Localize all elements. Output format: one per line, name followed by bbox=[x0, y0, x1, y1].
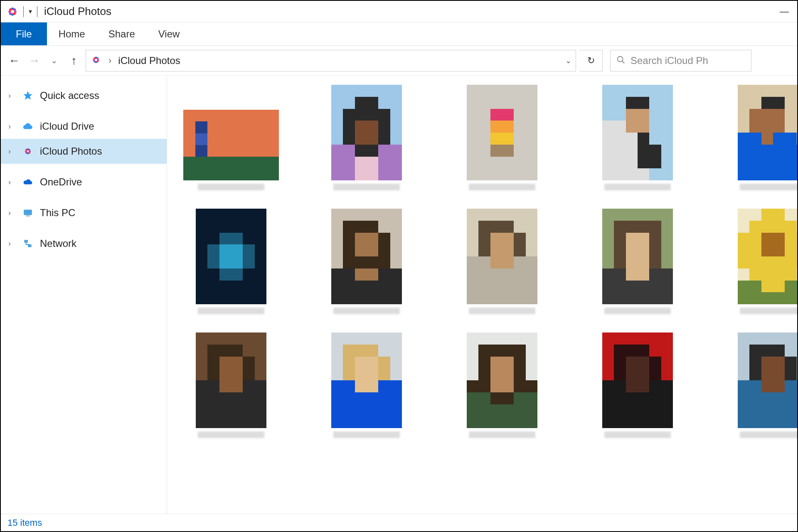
tab-file[interactable]: File bbox=[1, 22, 47, 45]
file-item[interactable] bbox=[584, 209, 692, 315]
sidebar-item-network[interactable]: ›Network bbox=[1, 231, 167, 256]
minimize-button[interactable]: — bbox=[780, 6, 789, 17]
file-item[interactable] bbox=[584, 332, 692, 439]
content-area[interactable] bbox=[167, 76, 797, 514]
file-thumbnail bbox=[738, 332, 797, 428]
recent-locations-dropdown[interactable]: ⌄ bbox=[46, 52, 62, 69]
file-name bbox=[190, 431, 273, 439]
file-thumbnail bbox=[331, 209, 402, 304]
file-item[interactable] bbox=[313, 332, 421, 439]
svg-marker-20 bbox=[23, 91, 32, 100]
network-icon bbox=[22, 237, 34, 250]
tab-home[interactable]: Home bbox=[47, 22, 97, 45]
file-thumbnail bbox=[196, 332, 266, 428]
navigation-pane: ›Quick access›iCloud Drive›iCloud Photos… bbox=[1, 76, 167, 514]
file-item[interactable] bbox=[313, 85, 421, 191]
search-icon bbox=[616, 55, 626, 66]
chevron-right-icon[interactable]: › bbox=[8, 122, 16, 131]
file-name bbox=[732, 308, 797, 315]
file-thumbnail bbox=[738, 85, 797, 180]
sidebar-item-label: Network bbox=[40, 238, 76, 249]
status-bar: 15 items bbox=[1, 514, 797, 531]
search-placeholder: Search iCloud Ph bbox=[631, 55, 708, 66]
file-item[interactable] bbox=[177, 110, 285, 191]
back-button[interactable]: ← bbox=[6, 52, 22, 69]
file-item[interactable] bbox=[313, 209, 421, 315]
svg-point-18 bbox=[618, 56, 623, 62]
photos-location-icon bbox=[90, 54, 103, 67]
tab-share[interactable]: Share bbox=[97, 22, 147, 45]
titlebar-separator bbox=[37, 6, 37, 17]
onedrive-icon bbox=[22, 176, 34, 188]
file-name bbox=[596, 184, 679, 191]
sidebar-item-onedrive[interactable]: ›OneDrive bbox=[1, 170, 167, 195]
svg-rect-32 bbox=[24, 240, 28, 243]
svg-rect-30 bbox=[24, 209, 32, 215]
sidebar-item-label: OneDrive bbox=[40, 176, 82, 188]
pc-icon bbox=[22, 207, 34, 219]
items-grid bbox=[177, 85, 787, 439]
breadcrumb[interactable]: iCloud Photos bbox=[118, 55, 180, 66]
titlebar-separator bbox=[23, 6, 24, 17]
address-history-dropdown[interactable]: ⌄ bbox=[565, 56, 571, 65]
svg-point-29 bbox=[27, 150, 29, 153]
file-item[interactable] bbox=[719, 85, 797, 191]
sidebar-item-label: This PC bbox=[40, 207, 75, 219]
sidebar-item-label: iCloud Drive bbox=[40, 121, 94, 132]
file-item[interactable] bbox=[448, 332, 556, 439]
file-thumbnail bbox=[467, 209, 537, 304]
chevron-right-icon[interactable]: › bbox=[8, 178, 16, 187]
address-bar[interactable]: › iCloud Photos ⌄ bbox=[86, 50, 576, 71]
file-item[interactable] bbox=[719, 209, 797, 315]
file-name bbox=[325, 308, 408, 315]
file-thumbnail bbox=[196, 209, 266, 304]
photos-icon bbox=[22, 145, 34, 158]
window-title: iCloud Photos bbox=[44, 5, 111, 18]
sidebar-item-label: iCloud Photos bbox=[40, 145, 102, 157]
file-name bbox=[325, 431, 408, 439]
file-name bbox=[461, 308, 544, 315]
file-thumbnail bbox=[467, 85, 537, 180]
sidebar-item-icloud-drive[interactable]: ›iCloud Drive bbox=[1, 114, 167, 139]
file-thumbnail bbox=[738, 209, 797, 304]
chevron-right-icon[interactable]: › bbox=[108, 55, 111, 66]
forward-button[interactable]: → bbox=[26, 52, 42, 69]
file-name bbox=[596, 431, 679, 439]
chevron-right-icon[interactable]: › bbox=[8, 91, 16, 100]
tab-view[interactable]: View bbox=[147, 22, 192, 45]
file-item[interactable] bbox=[448, 85, 556, 191]
photos-app-icon bbox=[6, 5, 19, 18]
quick-access-toolbar-dropdown[interactable]: ▾ bbox=[26, 7, 34, 15]
search-input[interactable]: Search iCloud Ph bbox=[610, 50, 751, 71]
file-item[interactable] bbox=[177, 332, 285, 439]
sidebar-item-label: Quick access bbox=[40, 90, 99, 101]
file-item[interactable] bbox=[584, 85, 692, 191]
file-name bbox=[461, 184, 544, 191]
sidebar-item-this-pc[interactable]: ›This PC bbox=[1, 200, 167, 225]
chevron-right-icon[interactable]: › bbox=[8, 209, 16, 217]
file-name bbox=[596, 308, 679, 315]
address-toolbar: ← → ⌄ ↑ › iCloud Photos ⌄ ↻ Search iClou… bbox=[1, 46, 797, 76]
file-item[interactable] bbox=[177, 209, 285, 315]
file-thumbnail bbox=[331, 332, 402, 428]
chevron-right-icon[interactable]: › bbox=[8, 239, 16, 248]
ribbon-tabs: File Home Share View bbox=[1, 22, 797, 46]
cloud-icon bbox=[22, 120, 34, 133]
svg-point-8 bbox=[11, 10, 14, 13]
chevron-right-icon[interactable]: › bbox=[8, 147, 16, 156]
refresh-button[interactable]: ↻ bbox=[579, 50, 603, 71]
file-name bbox=[190, 308, 273, 315]
file-name bbox=[732, 431, 797, 439]
status-item-count: 15 items bbox=[7, 517, 42, 528]
file-name bbox=[190, 184, 273, 191]
sidebar-item-icloud-photos[interactable]: ›iCloud Photos bbox=[1, 139, 167, 164]
svg-line-19 bbox=[622, 61, 625, 63]
file-item[interactable] bbox=[448, 209, 556, 315]
file-thumbnail bbox=[183, 110, 279, 180]
sidebar-item-quick-access[interactable]: ›Quick access bbox=[1, 83, 167, 108]
svg-point-17 bbox=[95, 58, 97, 61]
file-item[interactable] bbox=[719, 332, 797, 439]
file-thumbnail bbox=[602, 332, 673, 428]
titlebar: ▾ iCloud Photos — bbox=[1, 1, 797, 22]
up-button[interactable]: ↑ bbox=[66, 52, 82, 69]
